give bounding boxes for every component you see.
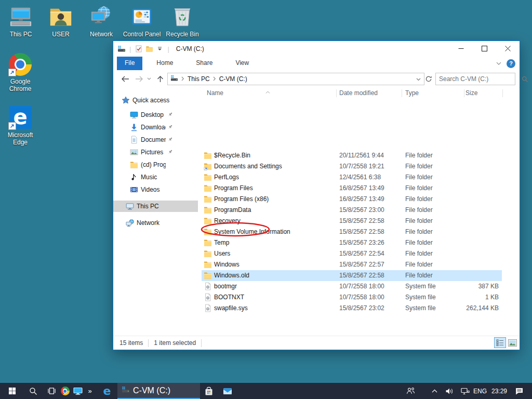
- toolbar-overflow-chevron[interactable]: »: [84, 383, 96, 399]
- file-row[interactable]: Program Files (x86)16/8/2567 13:49File f…: [202, 194, 502, 205]
- breadcrumb-this-pc[interactable]: This PC: [188, 75, 210, 83]
- file-list: Name Date modified Type Size $Recycle.Bi…: [201, 87, 519, 336]
- column-header-date[interactable]: Date modified: [339, 87, 378, 99]
- up-button[interactable]: [154, 74, 166, 84]
- search-icon[interactable]: [522, 76, 531, 83]
- sidebar-item-downloads[interactable]: Downloads: [113, 122, 198, 133]
- search-input[interactable]: [436, 75, 522, 83]
- details-view-button[interactable]: [494, 337, 506, 348]
- column-divider[interactable]: [464, 89, 464, 97]
- tab-home[interactable]: Home: [149, 57, 181, 70]
- volume-tray-icon[interactable]: [443, 383, 456, 399]
- qat-properties-button[interactable]: [134, 43, 144, 55]
- display-tool-icon[interactable]: [71, 383, 85, 399]
- thumbnail-view-button[interactable]: [507, 337, 518, 348]
- file-row[interactable]: PerfLogs12/4/2561 6:38File folder: [202, 172, 502, 183]
- close-button[interactable]: [496, 41, 520, 56]
- breadcrumb[interactable]: This PC C-VM (C:): [167, 73, 424, 85]
- navigation-pane: Quick access DesktopDownloadsDocumentsPi…: [113, 87, 200, 336]
- desktop-icon-network[interactable]: Network: [82, 5, 121, 38]
- refresh-icon[interactable]: [423, 74, 434, 84]
- network-icon: [89, 5, 113, 29]
- file-row[interactable]: Windows15/8/2567 22:57File folder: [202, 259, 502, 270]
- file-date-modified: 15/8/2567 22:58: [339, 216, 401, 227]
- desktop-icon-microsoft-edge[interactable]: eMicrosoft Edge: [1, 105, 40, 146]
- mail-taskbar-icon[interactable]: [219, 383, 236, 399]
- file-row[interactable]: Windows.old15/8/2567 22:58File folder: [202, 270, 502, 281]
- hidden-icons-chevron[interactable]: [428, 383, 441, 399]
- sidebar-item-label: Quick access: [132, 97, 169, 104]
- file-row[interactable]: $Recycle.Bin20/11/2561 9:44File folder: [202, 150, 502, 161]
- store-taskbar-icon[interactable]: [200, 383, 218, 399]
- file-row[interactable]: Recovery15/8/2567 22:58File folder: [202, 216, 502, 227]
- sidebar-item-pictures[interactable]: Pictures: [113, 147, 198, 158]
- explorer-window: | | C-VM (C:) File Home Share View ?: [113, 41, 520, 350]
- file-row[interactable]: swapfile.sys15/8/2567 23:02System file26…: [202, 303, 502, 314]
- breadcrumb-current-drive[interactable]: C-VM (C:): [219, 75, 247, 83]
- task-view-icon[interactable]: [44, 383, 59, 399]
- sidebar-item-documents[interactable]: Documents: [113, 134, 198, 145]
- sidebar-item-cd-program-1-mai[interactable]: (cd) Program 1 Mai: [113, 159, 198, 170]
- desktop-icon-control-panel[interactable]: Control Panel: [122, 5, 162, 38]
- sidebar-item-quick-access[interactable]: Quick access: [113, 95, 198, 106]
- file-row[interactable]: System Volume Information15/8/2567 22:58…: [202, 227, 502, 237]
- recent-locations-chevron[interactable]: [145, 74, 153, 84]
- qat-customize-dropdown[interactable]: [154, 43, 165, 55]
- file-name: $Recycle.Bin: [214, 150, 335, 161]
- tab-view[interactable]: View: [228, 57, 257, 70]
- sidebar-item-videos[interactable]: Videos: [113, 184, 198, 195]
- tab-share[interactable]: Share: [188, 57, 220, 70]
- desktop-icon-label: Microsoft Edge: [1, 131, 40, 146]
- start-button[interactable]: [0, 383, 24, 399]
- column-header-size[interactable]: Size: [466, 87, 477, 99]
- ribbon-expand-chevron-icon[interactable]: [496, 60, 501, 67]
- separator: |: [129, 45, 131, 53]
- desktop-icon-label: Network: [82, 31, 121, 38]
- column-divider[interactable]: [502, 89, 503, 97]
- file-row[interactable]: Temp15/8/2567 23:26File folder: [202, 237, 502, 248]
- maximize-button[interactable]: [473, 41, 496, 56]
- edge-taskbar-icon[interactable]: e: [98, 383, 116, 399]
- taskbar-button-explorer[interactable]: C-VM (C:): [117, 383, 200, 399]
- file-row[interactable]: Users15/8/2567 22:54File folder: [202, 248, 502, 259]
- sidebar-item-network[interactable]: Network: [113, 217, 198, 229]
- action-center-icon[interactable]: [510, 383, 528, 399]
- tab-file[interactable]: File: [117, 57, 142, 70]
- file-row[interactable]: bootmgr10/7/2558 18:00System file387 KB: [202, 281, 502, 292]
- chrome-taskbar-icon[interactable]: [58, 383, 72, 399]
- forward-button[interactable]: [133, 74, 145, 84]
- desktop-icon-this-pc[interactable]: This PC: [1, 5, 41, 38]
- network-tray-icon[interactable]: [458, 383, 472, 399]
- user-folder-icon: [49, 5, 73, 29]
- desktop-icon-user[interactable]: USER: [41, 5, 81, 38]
- address-dropdown-chevron[interactable]: [416, 75, 421, 83]
- sidebar-item-desktop[interactable]: Desktop: [113, 109, 198, 121]
- language-indicator[interactable]: ENG: [472, 383, 488, 399]
- column-header-name[interactable]: Name: [207, 87, 223, 99]
- column-divider[interactable]: [336, 89, 337, 97]
- sidebar-item-this-pc[interactable]: This PC: [113, 201, 198, 212]
- column-divider[interactable]: [402, 89, 402, 97]
- help-icon[interactable]: ?: [507, 59, 515, 68]
- ribbon-tabs: File Home Share View ?: [113, 57, 520, 71]
- sidebar-item-label: Desktop: [141, 111, 166, 118]
- column-header-type[interactable]: Type: [405, 87, 419, 99]
- qat-new-folder-button[interactable]: [144, 43, 154, 55]
- file-type: System file: [405, 303, 460, 314]
- file-row[interactable]: BOOTNXT10/7/2558 18:00System file1 KB: [202, 292, 502, 303]
- desktop-icon-recycle-bin[interactable]: Recycle Bin: [163, 5, 202, 38]
- taskbar-search-icon[interactable]: [24, 383, 43, 399]
- sidebar-item-music[interactable]: Music: [113, 171, 198, 183]
- file-row[interactable]: Program Files16/8/2567 13:49File folder: [202, 183, 502, 194]
- file-row[interactable]: ProgramData15/8/2567 23:00File folder: [202, 205, 502, 216]
- file-name: Windows: [214, 259, 335, 270]
- file-date-modified: 15/8/2567 23:26: [339, 237, 401, 248]
- clock[interactable]: 23:29: [488, 383, 510, 399]
- back-button[interactable]: [118, 74, 132, 84]
- file-type: File folder: [405, 227, 460, 237]
- people-tray-icon[interactable]: [403, 383, 418, 399]
- desktop-icon-google-chrome[interactable]: Google Chrome: [1, 52, 40, 92]
- minimize-button[interactable]: [449, 41, 473, 56]
- file-row[interactable]: Documents and Settings10/7/2558 19:21Fil…: [202, 161, 502, 172]
- file-name: Program Files (x86): [214, 194, 335, 205]
